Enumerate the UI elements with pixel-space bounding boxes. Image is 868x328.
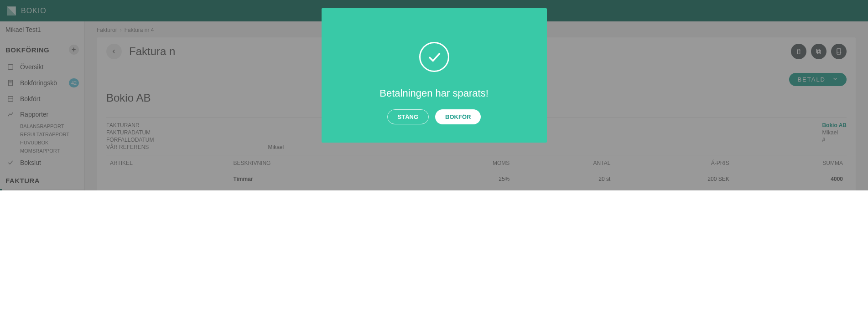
modal-overlay[interactable]: Betalningen har sparats! STÄNG BOKFÖR <box>0 0 868 190</box>
close-button[interactable]: STÄNG <box>387 109 429 124</box>
modal-actions: STÄNG BOKFÖR <box>387 109 481 124</box>
modal-message: Betalningen har sparats! <box>379 87 489 99</box>
success-modal: Betalningen har sparats! STÄNG BOKFÖR <box>322 8 547 143</box>
viewport-clip: BOKIO Mikael Test1 BOKFÖRING + Översikt … <box>0 0 868 190</box>
bokfor-button[interactable]: BOKFÖR <box>435 109 481 124</box>
success-check-icon <box>419 42 449 72</box>
